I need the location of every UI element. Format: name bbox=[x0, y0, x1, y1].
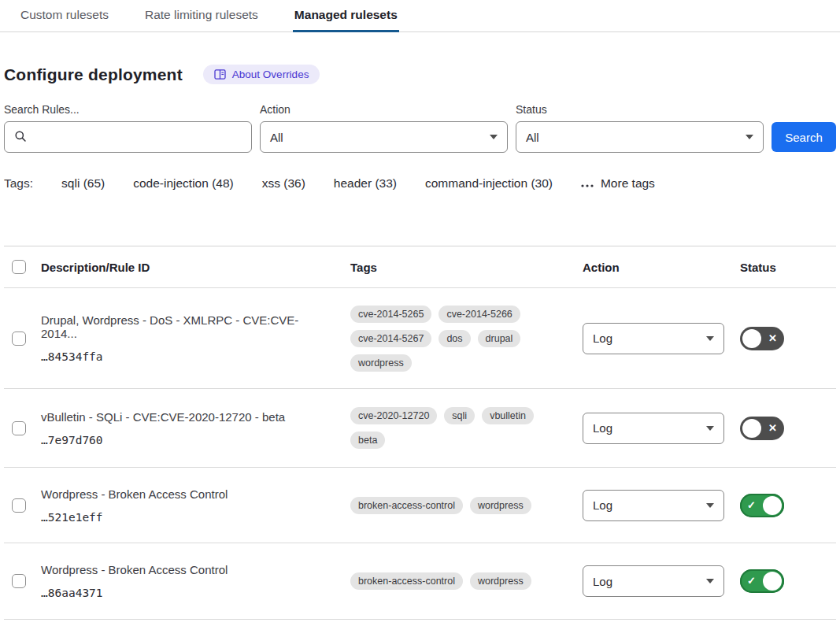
rule-status-toggle[interactable]: ✓ bbox=[740, 569, 784, 593]
table-row: Wordpress - Broken Access Control …521e1… bbox=[4, 468, 836, 543]
rule-action-value: Log bbox=[593, 332, 612, 345]
search-icon bbox=[14, 130, 27, 145]
toggle-on-icon: ✓ bbox=[747, 575, 756, 587]
tag-pill: wordpress bbox=[470, 572, 531, 590]
rule-status-toggle[interactable]: ✕ bbox=[740, 327, 784, 350]
page-header: Configure deployment About Overrides bbox=[4, 65, 836, 84]
row-checkbox[interactable] bbox=[12, 421, 26, 435]
filter-row: Search Rules... Action All Status bbox=[4, 103, 836, 153]
chevron-down-icon bbox=[706, 579, 714, 583]
action-filter-field: Action All bbox=[260, 103, 508, 153]
rule-title: Drupal, Wordpress - DoS - XMLRPC - CVE:C… bbox=[41, 313, 331, 340]
rule-action-select[interactable]: Log bbox=[583, 413, 724, 444]
tab-custom-rulesets[interactable]: Custom rulesets bbox=[19, 0, 110, 31]
toggle-knob bbox=[763, 496, 782, 515]
rule-title: Wordpress - Broken Access Control bbox=[41, 563, 331, 576]
column-header-description: Description/Rule ID bbox=[41, 261, 350, 274]
row-checkbox[interactable] bbox=[12, 574, 26, 588]
tag-pill: cve-2020-12720 bbox=[350, 407, 437, 424]
action-filter-value: All bbox=[270, 131, 283, 144]
search-input-box bbox=[4, 121, 252, 153]
column-header-tags: Tags bbox=[350, 261, 583, 274]
rule-tags: broken-access-control wordpress bbox=[350, 497, 575, 514]
rule-title: Wordpress - Broken Access Control bbox=[41, 487, 331, 501]
book-icon bbox=[214, 69, 226, 80]
tag-pill: wordpress bbox=[350, 354, 412, 372]
tab-managed-rulesets[interactable]: Managed rulesets bbox=[293, 0, 399, 32]
status-filter-label: Status bbox=[516, 103, 764, 116]
toggle-knob bbox=[742, 419, 761, 438]
rule-tags: cve-2014-5265 cve-2014-5266 cve-2014-526… bbox=[350, 306, 575, 372]
search-field: Search Rules... bbox=[4, 103, 252, 153]
select-all-checkbox[interactable] bbox=[12, 260, 26, 274]
rule-action-select[interactable]: Log bbox=[583, 565, 724, 597]
about-overrides-label: About Overrides bbox=[232, 69, 309, 80]
toggle-knob bbox=[742, 329, 761, 348]
tag-pill: cve-2014-5265 bbox=[350, 306, 431, 323]
tag-filter-sqli[interactable]: sqli (65) bbox=[61, 176, 105, 191]
tag-pill: drupal bbox=[478, 330, 521, 347]
more-tags-label: More tags bbox=[601, 176, 655, 191]
table-row: vBulletin - SQLi - CVE:CVE-2020-12720 - … bbox=[4, 389, 836, 468]
toggle-off-icon: ✕ bbox=[768, 422, 777, 434]
rule-id: …84534ffa bbox=[41, 350, 331, 363]
rule-status-toggle[interactable]: ✕ bbox=[740, 417, 784, 440]
tag-pill: sqli bbox=[444, 407, 475, 424]
search-button[interactable]: Search bbox=[772, 122, 836, 152]
column-header-status: Status bbox=[740, 261, 836, 274]
tags-bar: Tags: sqli (65) code-injection (48) xss … bbox=[4, 176, 836, 191]
tag-filter-command-injection[interactable]: command-injection (30) bbox=[425, 176, 553, 191]
table-header-row: Description/Rule ID Tags Action Status bbox=[4, 246, 836, 288]
tag-pill: vbulletin bbox=[482, 407, 534, 424]
rule-action-value: Log bbox=[593, 421, 612, 435]
ruleset-tabbar: Custom rulesets Rate limiting rulesets M… bbox=[0, 0, 840, 32]
toggle-on-icon: ✓ bbox=[747, 499, 756, 511]
search-input[interactable] bbox=[33, 131, 242, 144]
rule-id: …7e97d760 bbox=[41, 434, 331, 446]
rule-title: vBulletin - SQLi - CVE:CVE-2020-12720 - … bbox=[41, 410, 331, 424]
row-checkbox[interactable] bbox=[12, 498, 26, 513]
rule-action-value: Log bbox=[593, 575, 612, 588]
tag-pill: dos bbox=[439, 330, 470, 347]
rule-tags: cve-2020-12720 sqli vbulletin beta bbox=[350, 407, 575, 449]
tag-pill: wordpress bbox=[470, 497, 531, 514]
table-row: Wordpress - Broken Access Control …86aa4… bbox=[4, 543, 836, 620]
table-row: Drupal, Wordpress - DoS - XMLRPC - CVE:C… bbox=[4, 288, 836, 389]
status-filter-select[interactable]: All bbox=[516, 121, 764, 153]
tag-filter-xss[interactable]: xss (36) bbox=[262, 176, 305, 191]
status-filter-field: Status All bbox=[516, 103, 764, 153]
rule-tags: broken-access-control wordpress bbox=[350, 572, 575, 590]
search-label: Search Rules... bbox=[4, 103, 252, 116]
rule-id: …86aa4371 bbox=[41, 587, 331, 599]
tag-filter-code-injection[interactable]: code-injection (48) bbox=[133, 176, 234, 191]
tag-pill: cve-2014-5267 bbox=[350, 330, 431, 347]
chevron-down-icon bbox=[490, 135, 498, 139]
action-filter-select[interactable]: All bbox=[260, 121, 508, 153]
row-checkbox[interactable] bbox=[12, 332, 26, 346]
chevron-down-icon bbox=[706, 503, 714, 508]
chevron-down-icon bbox=[706, 336, 714, 341]
action-filter-label: Action bbox=[260, 103, 508, 116]
rule-action-value: Log bbox=[593, 498, 612, 512]
chevron-down-icon bbox=[706, 426, 714, 431]
status-filter-value: All bbox=[526, 131, 539, 144]
tags-bar-label: Tags: bbox=[4, 176, 33, 191]
rule-action-select[interactable]: Log bbox=[583, 323, 724, 354]
rule-action-select[interactable]: Log bbox=[583, 490, 724, 521]
tag-pill: beta bbox=[350, 432, 385, 449]
toggle-off-icon: ✕ bbox=[768, 332, 777, 344]
tag-filter-header[interactable]: header (33) bbox=[334, 176, 397, 191]
ellipsis-icon bbox=[581, 176, 594, 191]
tag-pill: broken-access-control bbox=[350, 497, 463, 514]
toggle-knob bbox=[763, 572, 782, 591]
more-tags-link[interactable]: More tags bbox=[581, 176, 655, 191]
column-header-action: Action bbox=[583, 261, 740, 274]
page-title: Configure deployment bbox=[4, 65, 183, 84]
about-overrides-link[interactable]: About Overrides bbox=[203, 65, 320, 84]
rule-status-toggle[interactable]: ✓ bbox=[740, 494, 784, 517]
chevron-down-icon bbox=[746, 135, 753, 139]
rules-table: Description/Rule ID Tags Action Status D… bbox=[4, 246, 836, 620]
tag-pill: cve-2014-5266 bbox=[439, 306, 520, 323]
tag-pill: broken-access-control bbox=[350, 572, 463, 590]
tab-rate-limiting-rulesets[interactable]: Rate limiting rulesets bbox=[143, 0, 260, 31]
